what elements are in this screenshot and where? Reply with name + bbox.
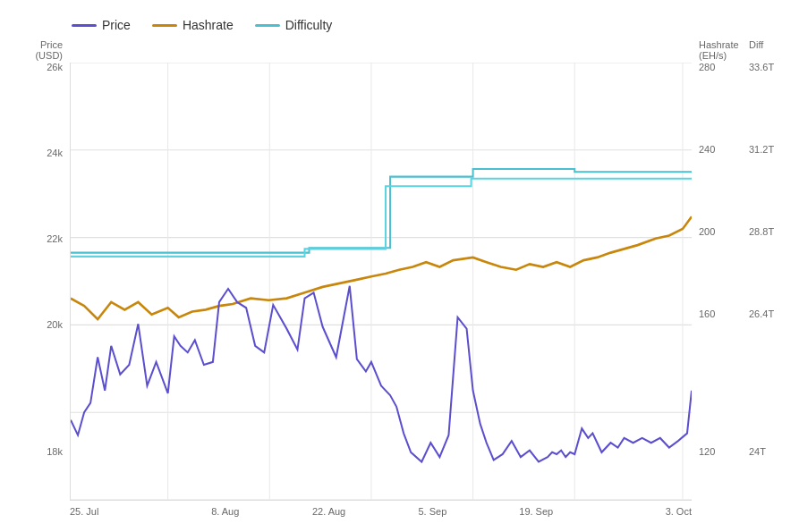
x-tick-2: 22. Aug [277,506,381,517]
difficulty-line-main [71,179,692,257]
price-line [71,286,692,462]
y-axis-hashrate: 280 240 200 160 120 [692,63,744,501]
y-hash-tick-2: 200 [699,227,715,237]
legend-hashrate: Hashrate [152,18,234,32]
x-axis: 25. Jul 8. Aug 22. Aug 5. Sep 19. Sep 3.… [70,506,692,517]
y-left-tick-1: 24k [47,148,63,158]
y-diff-tick-0: 33.6T [749,63,774,72]
y-diff-tick-2: 28.8T [749,227,774,237]
difficulty-line [71,169,692,253]
x-tick-1: 8. Aug [174,506,277,517]
chart-svg [71,63,692,500]
chart-legend: Price Hashrate Difficulty [72,18,790,32]
legend-price-line [72,24,97,27]
y-left-tick-3: 20k [47,320,63,330]
legend-difficulty: Difficulty [255,18,333,32]
y-hash-tick-1: 240 [699,145,715,155]
x-tick-0: 25. Jul [70,506,174,517]
legend-difficulty-line [255,24,280,27]
y-hash-tick-3: 160 [699,309,715,319]
legend-hashrate-line [152,24,177,27]
x-tick-4: 19. Sep [484,506,588,517]
right-hashrate-title: Hashrate (EH/s) [692,39,744,61]
left-axis-title: Price (USD) [18,39,70,61]
y-axis-diff: 33.6T 31.2T 28.8T 26.4T 24T [744,63,790,501]
legend-price-label: Price [102,18,131,32]
x-tick-3: 5. Sep [380,506,484,517]
y-diff-tick-3: 26.4T [749,309,774,319]
hashrate-line [71,216,692,319]
legend-price: Price [72,18,131,32]
legend-difficulty-label: Difficulty [285,18,333,32]
axis-titles: Price (USD) Hashrate (EH/s) Diff [18,39,790,61]
y-hash-tick-4: 120 [699,447,715,457]
y-left-tick-4: 18k [47,447,63,457]
plot-area [70,63,692,501]
y-left-tick-0: 26k [47,63,63,72]
chart-area: 26k 24k 22k 20k 18k [18,63,790,501]
y-axis-left: 26k 24k 22k 20k 18k [18,63,70,501]
x-tick-5: 3. Oct [588,506,692,517]
y-hash-tick-0: 280 [699,63,715,72]
legend-hashrate-label: Hashrate [183,18,234,32]
right-diff-title: Diff [744,39,790,61]
y-diff-tick-4: 24T [749,447,766,457]
y-left-tick-2: 22k [47,234,63,244]
y-diff-tick-1: 31.2T [749,145,774,155]
chart-container: Price Hashrate Difficulty Price (USD) Ha… [0,0,799,532]
